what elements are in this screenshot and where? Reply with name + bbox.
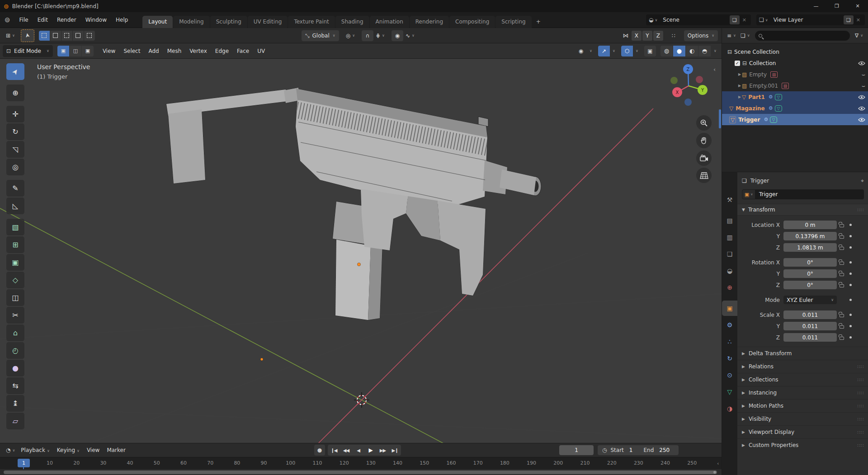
active-tool-button[interactable]: ➤ <box>21 29 34 42</box>
menu-uv[interactable]: UV <box>253 46 269 56</box>
animate-dot[interactable] <box>849 299 852 301</box>
remove-view-layer-icon[interactable]: ✕ <box>856 17 860 23</box>
outliner-item-label[interactable]: Part1 <box>748 94 765 100</box>
scrollbar-handle-dot[interactable] <box>713 471 716 474</box>
overlays-toggle[interactable]: ⬡ <box>621 46 633 56</box>
location-z-field[interactable]: 1.0813 m <box>783 243 837 252</box>
lock-icon[interactable] <box>840 224 844 227</box>
chevron-down-icon[interactable]: ∨ <box>610 46 618 56</box>
tool-loop-cut-button[interactable]: ◫ <box>6 289 24 306</box>
ruler-collapse-icon[interactable]: ‹ <box>717 461 719 466</box>
new-scene-button[interactable]: ❏ <box>730 15 740 24</box>
rotation-mode-dropdown[interactable]: XYZ Euler ∨ <box>783 296 837 304</box>
lock-icon[interactable] <box>840 273 844 276</box>
toggle-ortho-button[interactable] <box>696 168 712 183</box>
xray-toggle[interactable]: ▣ <box>644 46 656 56</box>
panel-grip-icon[interactable]: ∷∷ <box>857 430 864 435</box>
mirror-z-button[interactable]: Z <box>653 31 663 41</box>
menu-select[interactable]: Select <box>119 46 144 56</box>
navigation-gizmo[interactable]: Z X Y <box>661 60 715 112</box>
lock-icon[interactable] <box>840 247 844 250</box>
region-scrollbar[interactable] <box>719 109 721 128</box>
scale-x-field[interactable]: 0.011 <box>783 310 837 319</box>
tool-poly-build-button[interactable]: ⌂ <box>6 325 24 341</box>
tab-sculpting[interactable]: Sculpting <box>210 16 247 28</box>
camera-view-button[interactable] <box>696 150 712 166</box>
menu-mesh[interactable]: Mesh <box>163 46 186 56</box>
pin-icon[interactable]: ⌖ <box>861 178 864 184</box>
menu-file[interactable]: File <box>15 15 33 25</box>
chevron-down-icon[interactable]: ∨ <box>633 46 641 56</box>
tab-particles[interactable]: ∴ <box>722 334 737 349</box>
jump-to-end-button[interactable]: ▶❙ <box>389 445 401 456</box>
outliner-filter-dropdown[interactable]: ∇ ∨ <box>853 30 865 41</box>
panel-delta-transform[interactable]: ▶ Delta Transform <box>737 347 868 360</box>
3d-viewport[interactable]: User Perspective (1) Trigger ‹ ➤ ⊕ ✛ ↻ ◹… <box>0 59 722 443</box>
view-layer-icon[interactable]: ❏ <box>759 17 764 23</box>
tool-cursor-button[interactable]: ⊕ <box>6 85 24 101</box>
outliner-editor-type-dropdown[interactable]: ≡ ∨ <box>725 30 738 41</box>
tool-knife-button[interactable]: ✂ <box>6 307 24 324</box>
tool-shear-button[interactable]: ▱ <box>6 413 24 429</box>
tab-rendering[interactable]: Rendering <box>410 16 449 28</box>
mesh-object-mp9[interactable] <box>166 88 541 320</box>
object-name-input[interactable]: Trigger <box>755 189 864 199</box>
current-frame-field[interactable]: 1 <box>559 445 594 455</box>
menu-render[interactable]: Render <box>52 15 81 25</box>
vertex-select-button[interactable]: ▣ <box>57 46 69 56</box>
panel-grip-icon[interactable]: ∷∷ <box>857 377 864 382</box>
face-select-button[interactable]: ▣ <box>82 46 94 56</box>
scene-name[interactable]: Scene <box>659 17 728 23</box>
minimize-button[interactable]: — <box>806 0 826 12</box>
outliner-search-input[interactable] <box>755 31 850 41</box>
outliner-item-label[interactable]: Empty <box>749 71 767 78</box>
menu-edit[interactable]: Edit <box>33 15 52 25</box>
pivot-point-dropdown[interactable]: ◎ ∨ <box>344 30 357 41</box>
outliner-item-label[interactable]: Magazine <box>736 105 765 112</box>
tool-measure-button[interactable]: ◺ <box>6 198 24 214</box>
lock-icon[interactable] <box>840 325 844 329</box>
collection-checkbox[interactable]: ✓ <box>735 61 740 66</box>
mesh-data-icon[interactable]: ▽ <box>775 94 782 100</box>
closed-eye-toggle[interactable]: ⌣ <box>861 71 865 78</box>
panel-visibility[interactable]: ▶ Visibility ∷∷ <box>737 412 868 425</box>
animate-dot[interactable] <box>849 325 852 327</box>
proportional-edit-toggle[interactable]: ◉ <box>392 30 403 41</box>
modifier-wrench-icon[interactable]: ⚙ <box>764 117 768 122</box>
tool-edge-slide-button[interactable]: ⇆ <box>6 377 24 394</box>
tool-spin-button[interactable]: ◴ <box>6 342 24 359</box>
chevron-down-icon[interactable]: ∨ <box>712 46 719 56</box>
menu-window[interactable]: Window <box>81 15 111 25</box>
panel-grip-icon[interactable]: ∷∷ <box>857 364 864 369</box>
outliner-row-trigger[interactable]: ▽ Trigger ⚙ ▽ <box>722 114 868 125</box>
jump-to-start-button[interactable]: ❙◀ <box>328 445 340 456</box>
select-extend-button[interactable] <box>50 31 61 41</box>
outliner-item-label[interactable]: Empty.001 <box>749 83 778 89</box>
rotation-y-field[interactable]: 0° <box>783 269 837 278</box>
lock-icon[interactable] <box>840 314 844 317</box>
material-shading-button[interactable]: ◐ <box>686 46 698 56</box>
tool-annotate-button[interactable]: ✎ <box>6 180 24 197</box>
tab-texture-paint[interactable]: Texture Paint <box>288 16 335 28</box>
add-workspace-button[interactable]: + <box>532 16 545 28</box>
tool-bevel-button[interactable]: ◇ <box>6 272 24 288</box>
mirror-x-button[interactable]: X <box>632 31 642 41</box>
options-dropdown[interactable]: Options ∨ <box>684 30 718 41</box>
tool-add-cube-button[interactable]: ▧ <box>6 219 24 235</box>
animate-dot[interactable] <box>849 336 852 339</box>
lock-icon[interactable] <box>840 262 844 265</box>
panel-collections[interactable]: ▶ Collections ∷∷ <box>737 373 868 386</box>
animate-dot[interactable] <box>849 314 852 316</box>
scale-y-field[interactable]: 0.011 <box>783 322 837 330</box>
hide-eye-toggle[interactable] <box>858 118 865 122</box>
tool-inset-faces-button[interactable]: ▣ <box>6 254 24 271</box>
tool-transform-button[interactable]: ◎ <box>6 159 24 175</box>
close-button[interactable]: ✕ <box>847 0 868 12</box>
tab-shading[interactable]: Shading <box>335 16 369 28</box>
breadcrumb-object-name[interactable]: Trigger <box>750 178 769 184</box>
scale-z-field[interactable]: 0.011 <box>783 333 837 342</box>
play-button[interactable]: ▶ <box>364 445 377 456</box>
tab-compositing[interactable]: Compositing <box>449 16 495 28</box>
wireframe-shading-button[interactable]: ◍ <box>660 46 673 56</box>
select-invert-button[interactable] <box>73 31 84 41</box>
